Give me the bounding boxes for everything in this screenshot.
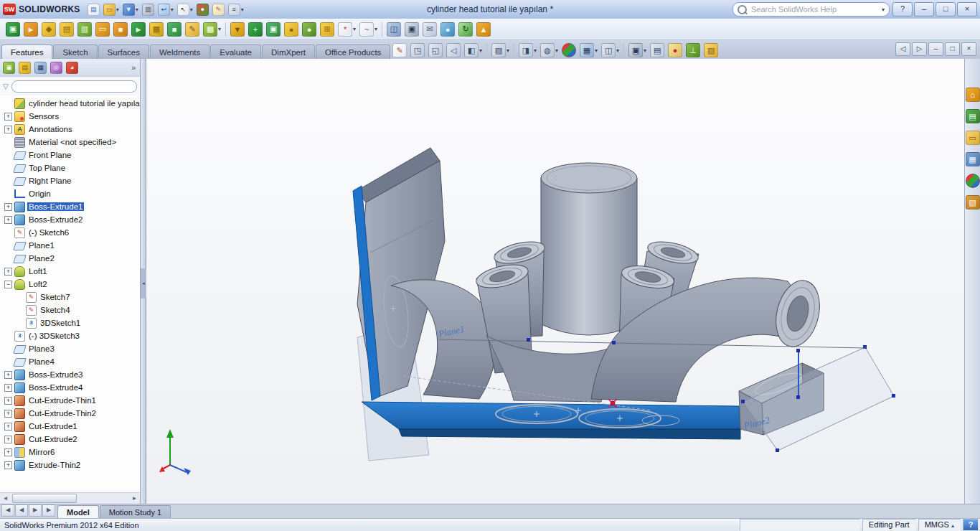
tree-item-loft2[interactable]: −Loft2 [0, 278, 140, 291]
dropdown-arrow[interactable]: ▾ [507, 47, 509, 54]
configurationmanager-icon[interactable]: ▦ [33, 59, 48, 76]
toolbar2-icon-7[interactable]: ■ [112, 21, 129, 38]
view-settings-icon[interactable]: ◫▾ [600, 42, 621, 59]
tree-item-plane4[interactable]: Plane4 [0, 355, 140, 368]
custom-properties-icon[interactable]: ▧ [966, 194, 980, 211]
tree-expand-toggle[interactable]: + [4, 203, 12, 211]
tab-scroll-last[interactable]: ▶ [42, 504, 55, 517]
expand-pane-right-icon[interactable]: ▷ [912, 42, 927, 56]
section-view-icon[interactable]: ◧▾ [463, 42, 484, 59]
dropdown-arrow[interactable]: ▾ [136, 6, 138, 13]
toolbar2-icon-5[interactable]: ▥ [76, 21, 93, 38]
print-button[interactable]: ▥ [141, 1, 156, 18]
dropdown-arrow[interactable]: ▾ [218, 26, 221, 32]
tree-item-sketch4[interactable]: Sketch4 [0, 304, 140, 316]
tree-item-cut-extrude2[interactable]: +Cut-Extrude2 [0, 433, 140, 446]
tab-sketch[interactable]: Sketch [53, 44, 97, 59]
toolbar2-icon-14[interactable]: + [247, 21, 264, 38]
splitter-grip[interactable]: ◂ [141, 268, 146, 299]
restore-document-icon[interactable]: □ [945, 42, 960, 56]
toolbar2-icon-24[interactable]: ● [439, 21, 456, 38]
hide-show-items-icon[interactable]: ◍▾ [539, 42, 560, 59]
maximize-window-button[interactable]: □ [936, 2, 956, 17]
undo-button[interactable]: ↩▾ [156, 1, 175, 18]
tree-item-cut-extrude-thin2[interactable]: +Cut-Extrude-Thin2 [0, 407, 140, 420]
tree-expand-toggle[interactable]: − [4, 281, 12, 288]
appearances-scenes-icon[interactable] [966, 172, 980, 189]
previous-view-icon[interactable]: ◁ [445, 42, 462, 59]
tree-filter-input[interactable] [11, 80, 137, 93]
quick-tips-icon[interactable]: ? [963, 519, 979, 531]
tree-item-front-plane[interactable]: Front Plane [0, 149, 140, 161]
units-selector[interactable]: MMGS ▴ [918, 519, 961, 531]
solidworks-resources-icon[interactable]: ⌂ [966, 86, 980, 103]
tree-item-cut-extrude1[interactable]: +Cut-Extrude1 [0, 420, 140, 433]
tree-item-cut-extrude-thin1[interactable]: +Cut-Extrude-Thin1 [0, 394, 140, 407]
dropdown-arrow[interactable]: ▾ [116, 6, 119, 13]
zoom-to-fit-icon[interactable]: ◳ [409, 42, 426, 59]
tab-office-products[interactable]: Office Products [316, 44, 390, 59]
search-input[interactable] [750, 4, 878, 14]
tab-motion-study-1[interactable]: Motion Study 1 [100, 505, 171, 518]
toolbar2-icon-13[interactable]: ▼ [229, 21, 246, 38]
displaymanager-icon[interactable]: ◕ [65, 59, 80, 76]
scrollbar-thumb[interactable] [12, 494, 77, 503]
tree-item-origin[interactable]: Origin [0, 187, 140, 200]
file-explorer-icon[interactable]: ▭ [966, 129, 980, 146]
options-button[interactable]: ≡▾ [227, 1, 245, 18]
apply-scene-icon[interactable]: ▦▾ [578, 42, 599, 59]
reference-geometry-icon[interactable]: ⊥ [684, 42, 702, 59]
view-orientation-icon[interactable]: ▧▾ [490, 42, 511, 59]
file-properties-button[interactable]: ✎ [211, 1, 226, 18]
toolbar2-icon-21[interactable]: ◫ [385, 21, 402, 38]
tree-item-3dsketch3[interactable]: (-) 3DSketch3 [0, 329, 140, 342]
dimxpertmanager-icon[interactable]: ◎ [49, 59, 64, 76]
edit-sketch-icon[interactable]: ✎ [391, 42, 408, 59]
tree-item-boss-extrude2[interactable]: +Boss-Extrude2 [0, 213, 140, 226]
save-button[interactable]: ▼▾ [121, 1, 140, 18]
model-base-selected[interactable] [362, 402, 740, 439]
toolbar2-icon-17[interactable]: ● [301, 21, 318, 38]
toolbar2-icon-22[interactable]: ▣ [403, 21, 420, 38]
tree-item-annotations[interactable]: +Annotations [0, 123, 140, 136]
tab-features[interactable]: Features [1, 44, 52, 59]
dropdown-arrow[interactable]: ▾ [644, 47, 646, 54]
toolbar2-icon-10[interactable]: ■ [166, 21, 183, 38]
tree-expand-toggle[interactable]: + [4, 448, 12, 456]
close-document-icon[interactable]: × [961, 42, 976, 56]
tab-weldments[interactable]: Weldments [150, 44, 209, 59]
propertymanager-icon[interactable]: ▤ [17, 59, 32, 76]
screen-capture-icon[interactable]: ▣▾ [627, 42, 648, 59]
model-3d[interactable]: Plane1 Plane2 [146, 59, 964, 504]
3d-drawing-view-icon[interactable]: ▤ [649, 42, 666, 59]
toolbar2-icon-11[interactable]: ✎ [184, 21, 201, 38]
search-dropdown-arrow[interactable]: ▾ [882, 6, 885, 13]
dropdown-arrow[interactable]: ▾ [374, 26, 377, 32]
tree-item-plane2[interactable]: Plane2 [0, 252, 140, 265]
tree-item-plane3[interactable]: Plane3 [0, 342, 140, 355]
tree-expand-toggle[interactable]: + [4, 371, 12, 379]
tree-item-mirror6[interactable]: +Mirror6 [0, 446, 140, 459]
tab-surfaces[interactable]: Surfaces [98, 44, 149, 59]
dropdown-arrow[interactable]: ▾ [555, 47, 558, 54]
zoom-to-area-icon[interactable]: ◱ [427, 42, 444, 59]
toolbar2-icon-20[interactable]: ~▾ [358, 21, 379, 38]
tree-item-boss-extrude3[interactable]: +Boss-Extrude3 [0, 368, 140, 381]
tree-expand-toggle[interactable]: + [4, 461, 12, 469]
featuremanager-tree-icon[interactable]: ▣ [1, 59, 17, 76]
tree-item-sketch7[interactable]: Sketch7 [0, 291, 140, 304]
tree-item-extrude-thin2[interactable]: +Extrude-Thin2 [0, 459, 140, 471]
help-button[interactable]: ? [892, 2, 913, 17]
dropdown-arrow[interactable]: ▾ [595, 47, 598, 54]
new-document-button[interactable]: ▤ [86, 1, 101, 18]
scroll-left-icon[interactable]: ◄ [0, 495, 11, 502]
toolbar2-icon-1[interactable]: ▣ [4, 21, 22, 38]
tree-item-sketch6[interactable]: (-) Sketch6 [0, 226, 140, 239]
toolbar2-icon-25[interactable]: ↻ [457, 21, 474, 38]
toolbar2-icon-19[interactable]: *▾ [336, 21, 357, 38]
toolbar2-icon-12[interactable]: ▩▾ [202, 21, 222, 38]
dropdown-arrow[interactable]: ▾ [479, 47, 482, 54]
tree-expand-toggle[interactable]: + [4, 410, 12, 418]
panel-splitter[interactable]: ◂ [141, 59, 146, 504]
dropdown-arrow[interactable]: ▾ [241, 6, 244, 13]
